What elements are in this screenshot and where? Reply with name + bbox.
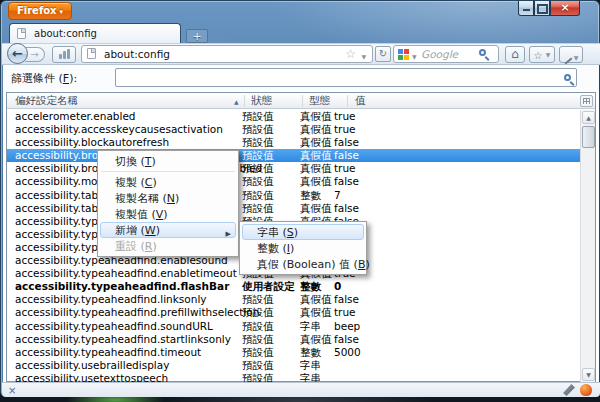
menu-item-w[interactable]: 新增 (W)▶	[100, 222, 236, 238]
table-row[interactable]: accessibility.tabfocus_applies_to_xul預設值…	[7, 202, 580, 215]
firebug-addon-icon[interactable]	[580, 384, 592, 396]
menu-separator	[101, 171, 235, 172]
table-row[interactable]: accessibility.typeaheadfind.soundURL預設值字…	[7, 320, 580, 333]
filter-bar: 篩選條件 (F):	[3, 65, 599, 91]
menu-item-v[interactable]: 複製值 (V)	[100, 206, 236, 222]
pref-status: 預設值	[242, 293, 274, 306]
scroll-down-button[interactable]: ▼	[582, 368, 595, 381]
submenu-item-s[interactable]: 字串 (S)	[242, 224, 364, 240]
table-row[interactable]: accelerometer.enabled預設值真假值true	[7, 110, 580, 123]
new-pref-submenu: 字串 (S)整數 (I)真假 (Boolean) 值 (B)	[239, 221, 367, 275]
close-addon-bar-button[interactable]: ×	[8, 384, 16, 397]
column-separator	[347, 95, 348, 107]
table-row[interactable]: accessibility.browsewithcaret_shortcut.e…	[7, 162, 580, 175]
search-box[interactable]: ▼ Google	[393, 45, 499, 63]
firefox-menu-label: Firefox	[17, 5, 57, 16]
pref-type: 整數	[300, 189, 321, 202]
table-row[interactable]: accessibility.typeaheadfind.startlinkson…	[7, 333, 580, 346]
pref-type: 整數	[300, 280, 321, 293]
pref-type: 真假值	[300, 293, 332, 306]
pref-name: accessibility.usebrailledisplay	[15, 359, 169, 372]
pref-value: 5000	[334, 346, 361, 359]
table-row[interactable]: accessibility.usebrailledisplay預設值字串	[7, 359, 580, 372]
menu-item-t[interactable]: 切換 (T)	[100, 153, 236, 169]
search-icon[interactable]	[479, 49, 486, 56]
table-row[interactable]: accessibility.browsewithcaret預設值真假值false	[7, 149, 580, 162]
pref-status: 預設值	[242, 333, 274, 346]
title-bar: Firefox▾ ×	[1, 1, 599, 23]
filter-input[interactable]	[115, 68, 577, 87]
pref-type: 真假值	[300, 202, 332, 215]
maximize-button[interactable]	[534, 1, 550, 16]
pref-type: 字串	[300, 359, 321, 372]
location-bar[interactable]: about:config ☆ ▼	[81, 45, 373, 63]
table-row[interactable]: accessibility.typeaheadfind.linksonly預設值…	[7, 293, 580, 306]
column-header-type[interactable]: 型態	[309, 94, 330, 108]
tab-about-config[interactable]: about:config	[9, 23, 181, 43]
column-header-name[interactable]: 偏好設定名稱	[15, 94, 78, 108]
table-row[interactable]: accessibility.tabfocus預設值整數7	[7, 189, 580, 202]
pref-name: accessibility.typeaheadfind.flashBar	[15, 280, 229, 293]
pref-type: 真假值	[300, 333, 332, 346]
pref-name: accessibility.typeaheadfind.timeout	[15, 346, 201, 359]
submenu-item-b[interactable]: 真假 (Boolean) 值 (B)	[242, 256, 364, 272]
reload-button[interactable]: ↻	[375, 46, 391, 62]
menu-item-c[interactable]: 複製 (C)	[100, 174, 236, 190]
scroll-up-button[interactable]: ▲	[582, 111, 595, 124]
google-logo-icon[interactable]	[398, 49, 409, 60]
chevron-down-icon[interactable]: ▼	[361, 49, 366, 65]
pref-value: beep	[334, 320, 360, 333]
table-row[interactable]: accessibility.mouse_focuses_formcontrol預…	[7, 175, 580, 188]
new-tab-button[interactable]: +	[186, 29, 208, 43]
url-text: about:config	[104, 46, 170, 62]
home-button[interactable]: ⌂	[505, 46, 525, 63]
minimize-button[interactable]	[518, 1, 534, 16]
pref-value: false	[334, 136, 359, 149]
pref-type: 真假值	[300, 123, 332, 136]
pref-value: true	[334, 110, 356, 123]
pref-status: 預設值	[242, 372, 274, 382]
feedback-button[interactable]: ▼	[559, 46, 583, 63]
table-row[interactable]: accessibility.usetexttospeech預設值字串	[7, 372, 580, 382]
column-header-value[interactable]: 值	[355, 94, 366, 108]
pen-addon-icon[interactable]	[563, 384, 575, 396]
pref-value: true	[334, 123, 356, 136]
table-row[interactable]: accessibility.blockautorefresh預設值真假值fals…	[7, 136, 580, 149]
stats-bars-icon[interactable]	[52, 46, 76, 63]
table-row[interactable]: accessibility.typeaheadfind.prefillwiths…	[7, 306, 580, 319]
chevron-down-icon: ▼	[546, 51, 551, 58]
pref-type: 真假值	[300, 306, 332, 319]
pref-value: false	[334, 333, 359, 346]
vertical-scrollbar[interactable]: ▲ ▼	[580, 110, 595, 382]
table-row[interactable]: accessibility.typeaheadfind.timeout預設值整數…	[7, 346, 580, 359]
quill-icon	[564, 57, 572, 64]
pref-status: 預設值	[242, 359, 274, 372]
column-picker-icon[interactable]	[580, 95, 593, 107]
pref-name: accessibility.typeaheadfind.startlinkson…	[15, 333, 231, 346]
scrollbar-thumb[interactable]	[582, 126, 595, 148]
pref-name: accelerometer.enabled	[15, 110, 136, 123]
firefox-menu-button[interactable]: Firefox▾	[8, 2, 72, 20]
pref-value: true	[334, 306, 356, 319]
addon-bar: ×	[2, 382, 600, 397]
menu-item-n[interactable]: 複製名稱 (N)	[100, 190, 236, 206]
pref-value: 7	[334, 189, 341, 202]
pref-status: 使用者設定	[242, 280, 295, 293]
page-icon	[87, 48, 96, 59]
bookmarks-button[interactable]: ☆ ▼	[529, 46, 555, 63]
table-row[interactable]: accessibility.typeaheadfind.flashBar使用者設…	[7, 280, 580, 293]
pref-name: accessibility.typeaheadfind.soundURL	[15, 320, 213, 333]
close-button[interactable]: ×	[550, 1, 580, 16]
browser-window: Firefox▾ × about:config + ← → about:conf…	[0, 0, 600, 397]
chevron-down-icon: ▼	[574, 54, 579, 61]
chevron-down-icon[interactable]: ▼	[412, 53, 417, 60]
back-button[interactable]: ←	[7, 43, 28, 64]
table-row[interactable]: accessibility.accesskeycausesactivation預…	[7, 123, 580, 136]
pref-status: 預設值	[242, 346, 274, 359]
bookmark-star-icon[interactable]: ☆	[345, 46, 356, 62]
pref-value: false	[334, 293, 359, 306]
column-header-status[interactable]: 狀態	[251, 94, 272, 108]
window-controls: ×	[518, 1, 580, 17]
submenu-item-i[interactable]: 整數 (I)	[242, 240, 364, 256]
forward-button[interactable]: →	[25, 47, 45, 62]
